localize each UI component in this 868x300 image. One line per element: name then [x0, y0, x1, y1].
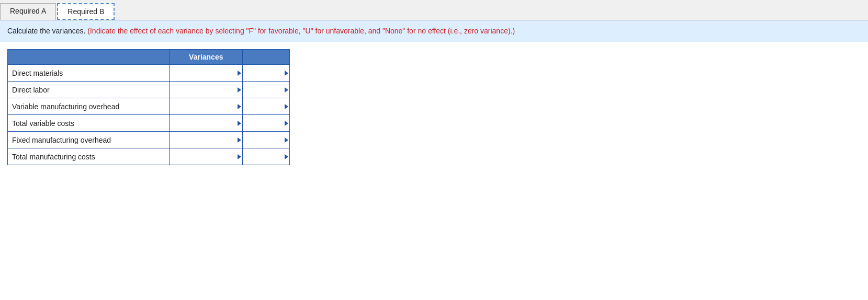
variance-input-2[interactable] — [170, 98, 242, 114]
variance-input-cell-0[interactable] — [170, 65, 243, 82]
effect-select-2[interactable]: FUNone — [243, 98, 289, 114]
row-label-3: Total variable costs — [8, 115, 170, 132]
variance-input-cell-1[interactable] — [170, 82, 243, 98]
variance-input-4[interactable] — [170, 132, 242, 148]
variance-input-cell-4[interactable] — [170, 132, 243, 148]
row-label-4: Fixed manufacturing overhead — [8, 132, 170, 148]
effect-select-4[interactable]: FUNone — [243, 132, 289, 148]
instructions-banner: Calculate the variances. (Indicate the e… — [0, 20, 868, 42]
row-label-2: Variable manufacturing overhead — [8, 98, 170, 115]
variance-input-cell-3[interactable] — [170, 115, 243, 132]
table-row: Direct materialsFUNone — [8, 65, 290, 82]
table-row: Variable manufacturing overheadFUNone — [8, 98, 290, 115]
table-row: Total variable costsFUNone — [8, 115, 290, 132]
effect-select-5[interactable]: FUNone — [243, 148, 289, 165]
table-row: Total manufacturing costsFUNone — [8, 148, 290, 165]
effect-select-3[interactable]: FUNone — [243, 115, 289, 131]
effect-select-0[interactable]: FUNone — [243, 65, 289, 81]
variance-input-cell-2[interactable] — [170, 98, 243, 115]
tab-required-b-label: Required B — [67, 7, 104, 16]
table-row: Fixed manufacturing overheadFUNone — [8, 132, 290, 148]
variance-input-1[interactable] — [170, 82, 242, 98]
effect-dropdown-cell-5[interactable]: FUNone — [243, 148, 290, 165]
effect-dropdown-cell-4[interactable]: FUNone — [243, 132, 290, 148]
instructions-detail: (Indicate the effect of each variance by… — [85, 27, 515, 35]
variance-input-0[interactable] — [170, 65, 242, 81]
col-header-effect — [243, 50, 290, 65]
effect-select-1[interactable]: FUNone — [243, 82, 289, 98]
tab-bar: Required A Required B — [0, 0, 868, 20]
effect-dropdown-cell-1[interactable]: FUNone — [243, 82, 290, 98]
row-label-0: Direct materials — [8, 65, 170, 82]
tab-required-a-label: Required A — [10, 7, 46, 15]
variances-table: Variances Direct materialsFUNoneDirect l… — [7, 49, 290, 165]
instructions-main: Calculate the variances. — [7, 27, 85, 35]
effect-dropdown-cell-2[interactable]: FUNone — [243, 98, 290, 115]
table-container: Variances Direct materialsFUNoneDirect l… — [0, 42, 868, 172]
effect-dropdown-cell-0[interactable]: FUNone — [243, 65, 290, 82]
tab-required-b[interactable]: Required B — [57, 3, 115, 20]
table-row: Direct laborFUNone — [8, 82, 290, 98]
effect-dropdown-cell-3[interactable]: FUNone — [243, 115, 290, 132]
col-header-variances: Variances — [170, 50, 243, 65]
col-header-label — [8, 50, 170, 65]
row-label-1: Direct labor — [8, 82, 170, 98]
tab-required-a[interactable]: Required A — [0, 3, 56, 20]
variance-input-5[interactable] — [170, 148, 242, 165]
row-label-5: Total manufacturing costs — [8, 148, 170, 165]
variance-input-cell-5[interactable] — [170, 148, 243, 165]
variance-input-3[interactable] — [170, 115, 242, 131]
